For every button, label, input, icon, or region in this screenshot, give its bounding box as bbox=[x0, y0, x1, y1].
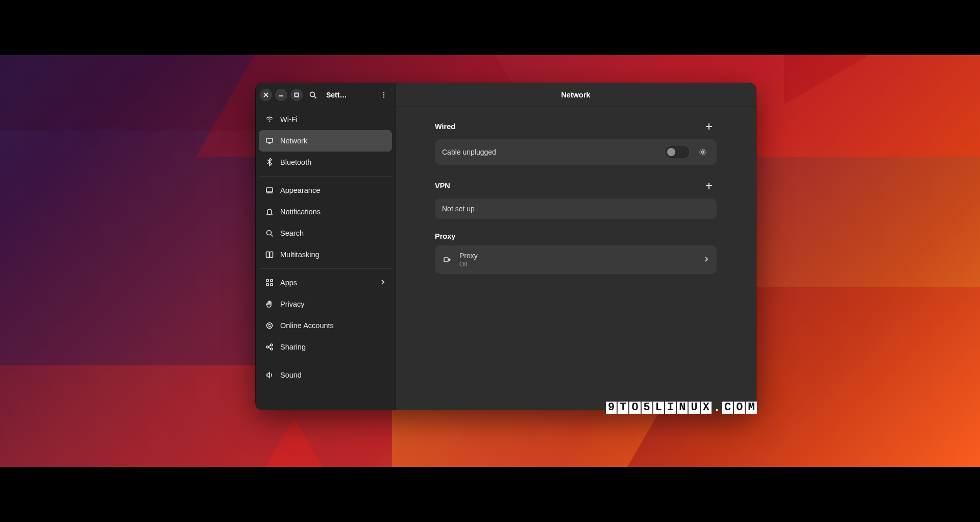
sidebar-item-apps[interactable]: Apps bbox=[259, 272, 392, 293]
sidebar-search-button[interactable] bbox=[306, 88, 320, 102]
proxy-globe-icon bbox=[443, 256, 451, 264]
sidebar-item-label: Wi-Fi bbox=[280, 115, 386, 123]
minimize-icon bbox=[279, 92, 284, 97]
svg-point-18 bbox=[271, 348, 273, 350]
sidebar-title: Sett… bbox=[323, 91, 374, 99]
wired-toggle[interactable] bbox=[666, 146, 689, 158]
svg-rect-20 bbox=[444, 258, 448, 262]
letterbox-bottom bbox=[0, 467, 980, 522]
sidebar-item-online-accounts[interactable]: Online Accounts bbox=[259, 315, 392, 336]
watermark-char: O bbox=[629, 402, 640, 414]
search-icon bbox=[309, 91, 317, 99]
cloud-sync-icon bbox=[265, 321, 274, 330]
main-header: Network bbox=[396, 83, 756, 107]
svg-point-1 bbox=[310, 92, 315, 97]
sidebar-item-bluetooth[interactable]: Bluetooth bbox=[259, 152, 392, 173]
vpn-row: Not set up bbox=[435, 198, 717, 219]
sidebar-item-wifi[interactable]: Wi-Fi bbox=[259, 109, 392, 130]
close-icon bbox=[263, 92, 268, 97]
svg-rect-7 bbox=[266, 188, 273, 192]
sidebar-item-label: Privacy bbox=[280, 300, 386, 308]
proxy-row[interactable]: Proxy Off bbox=[435, 245, 717, 274]
sidebar-list: Wi-FiNetworkBluetoothAppearanceNotificat… bbox=[256, 107, 395, 388]
svg-rect-13 bbox=[266, 284, 268, 286]
section-head-wired: Wired bbox=[435, 119, 717, 134]
svg-point-17 bbox=[271, 344, 273, 346]
sidebar-header: Sett… bbox=[256, 83, 395, 107]
plus-icon bbox=[705, 123, 713, 130]
letterbox-top bbox=[0, 0, 980, 55]
sidebar-separator bbox=[259, 176, 392, 177]
main-pane: Network Wired Cable unplugged bbox=[396, 83, 756, 410]
multitask-icon bbox=[265, 250, 274, 259]
gear-icon bbox=[699, 148, 707, 156]
wired-row: Cable unplugged bbox=[435, 139, 717, 165]
sidebar-item-network[interactable]: Network bbox=[259, 130, 392, 152]
sidebar-item-search[interactable]: Search bbox=[259, 222, 392, 244]
wired-status: Cable unplugged bbox=[442, 148, 666, 156]
wired-settings-button[interactable] bbox=[696, 145, 709, 159]
svg-point-15 bbox=[267, 323, 273, 329]
kebab-menu-icon bbox=[380, 91, 387, 98]
svg-point-4 bbox=[383, 96, 384, 97]
watermark-char: T bbox=[618, 402, 628, 414]
sidebar-item-label: Sharing bbox=[280, 343, 386, 351]
svg-point-19 bbox=[702, 151, 704, 153]
proxy-icon bbox=[442, 255, 452, 265]
watermark: 9TO5LINUX.COM bbox=[606, 402, 757, 414]
watermark-char: X bbox=[701, 402, 712, 414]
vpn-title: VPN bbox=[435, 182, 450, 190]
vpn-add-button[interactable] bbox=[701, 178, 717, 193]
sidebar-item-appearance[interactable]: Appearance bbox=[259, 180, 392, 201]
watermark-char: L bbox=[653, 402, 664, 414]
svg-rect-6 bbox=[266, 138, 273, 142]
svg-rect-9 bbox=[266, 252, 270, 258]
sidebar-item-label: Sound bbox=[280, 371, 386, 379]
svg-rect-10 bbox=[270, 252, 273, 258]
sidebar-item-multitasking[interactable]: Multitasking bbox=[259, 244, 392, 265]
display-icon bbox=[265, 136, 274, 145]
sidebar-item-label: Bluetooth bbox=[280, 158, 386, 166]
window-close-button[interactable] bbox=[260, 89, 272, 101]
bell-icon bbox=[265, 207, 274, 216]
sidebar-item-sharing[interactable]: Sharing bbox=[259, 336, 392, 358]
page-title: Network bbox=[561, 91, 590, 99]
plus-icon bbox=[705, 182, 713, 189]
proxy-row-text: Proxy Off bbox=[459, 252, 703, 268]
sidebar: Sett… Wi-FiNetworkBluetoothAppearanceNot… bbox=[256, 83, 396, 410]
section-wired: Wired Cable unplugged bbox=[435, 119, 717, 165]
watermark-char: O bbox=[734, 402, 745, 414]
wired-title: Wired bbox=[435, 122, 455, 131]
watermark-char: . bbox=[713, 403, 721, 414]
proxy-row-title: Proxy bbox=[459, 252, 703, 260]
sidebar-item-label: Apps bbox=[280, 279, 374, 287]
watermark-char: 5 bbox=[642, 402, 652, 414]
wifi-icon bbox=[265, 115, 274, 124]
sidebar-item-sound[interactable]: Sound bbox=[259, 364, 392, 386]
wired-add-button[interactable] bbox=[701, 119, 717, 134]
svg-rect-14 bbox=[271, 284, 273, 286]
svg-point-5 bbox=[269, 120, 270, 121]
sidebar-menu-button[interactable] bbox=[377, 88, 391, 102]
sidebar-separator bbox=[259, 361, 392, 361]
sidebar-item-privacy[interactable]: Privacy bbox=[259, 293, 392, 315]
window-maximize-button[interactable] bbox=[290, 89, 303, 101]
share-icon bbox=[265, 342, 274, 352]
sidebar-item-label: Notifications bbox=[280, 208, 386, 216]
svg-rect-0 bbox=[295, 93, 299, 97]
main-body: Wired Cable unplugged VPN bbox=[396, 107, 756, 410]
watermark-char: M bbox=[746, 402, 756, 414]
vpn-status: Not set up bbox=[442, 205, 709, 213]
sidebar-item-label: Network bbox=[280, 137, 386, 145]
watermark-char: I bbox=[665, 402, 676, 414]
sidebar-item-label: Multitasking bbox=[280, 251, 386, 259]
sidebar-separator bbox=[259, 268, 392, 269]
watermark-char: N bbox=[677, 402, 688, 414]
svg-rect-12 bbox=[271, 280, 273, 282]
sidebar-item-notifications[interactable]: Notifications bbox=[259, 201, 392, 222]
settings-window: Sett… Wi-FiNetworkBluetoothAppearanceNot… bbox=[256, 83, 756, 410]
sidebar-item-label: Search bbox=[280, 229, 386, 237]
section-head-vpn: VPN bbox=[435, 178, 717, 193]
window-minimize-button[interactable] bbox=[275, 89, 287, 101]
section-proxy: Proxy Proxy Off bbox=[435, 232, 717, 274]
